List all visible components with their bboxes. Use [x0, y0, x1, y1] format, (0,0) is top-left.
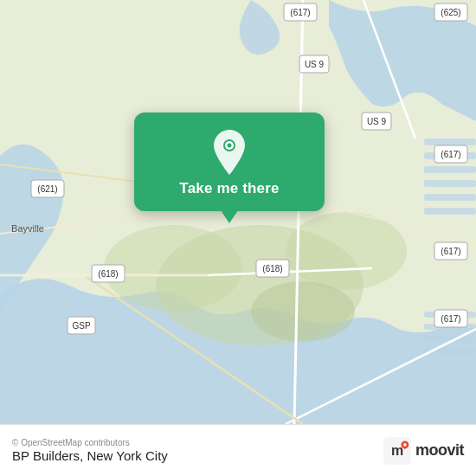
svg-text:(617): (617)	[441, 247, 460, 256]
svg-point-54	[403, 443, 407, 447]
location-popup: Take me there	[134, 113, 325, 211]
location-label: BP Builders, New York City	[12, 448, 168, 463]
moovit-logo: m moovit	[383, 437, 464, 465]
svg-text:Bayville: Bayville	[11, 223, 44, 234]
svg-text:(618): (618)	[262, 264, 282, 273]
bottom-info: © OpenStreetMap contributors BP Builders…	[12, 438, 168, 463]
svg-text:(617): (617)	[441, 314, 460, 324]
svg-rect-1	[424, 138, 476, 145]
svg-point-50	[228, 144, 232, 148]
map-background: (617) (625) US 9 US 9 (621) (617) (617) …	[0, 0, 476, 424]
svg-rect-3	[424, 166, 476, 173]
map-attribution: © OpenStreetMap contributors	[12, 438, 168, 447]
svg-rect-6	[424, 208, 476, 215]
moovit-brand-label: moovit	[415, 441, 464, 460]
bottom-bar: © OpenStreetMap contributors BP Builders…	[0, 424, 476, 476]
take-me-there-button[interactable]: Take me there	[179, 178, 279, 199]
location-pin-icon	[209, 128, 250, 170]
svg-text:US 9: US 9	[305, 60, 325, 69]
svg-rect-4	[424, 180, 476, 187]
svg-text:(625): (625)	[441, 8, 460, 17]
svg-point-13	[286, 212, 407, 290]
svg-text:(617): (617)	[290, 8, 310, 17]
svg-rect-5	[424, 194, 476, 201]
svg-text:US 9: US 9	[367, 117, 387, 126]
svg-text:(621): (621)	[37, 184, 57, 194]
moovit-icon: m	[383, 437, 411, 465]
map-view[interactable]: (617) (625) US 9 US 9 (621) (617) (617) …	[0, 0, 476, 424]
svg-text:(617): (617)	[441, 150, 460, 159]
svg-text:(618): (618)	[98, 269, 118, 279]
svg-point-14	[251, 281, 355, 342]
svg-text:GSP: GSP	[72, 321, 90, 331]
